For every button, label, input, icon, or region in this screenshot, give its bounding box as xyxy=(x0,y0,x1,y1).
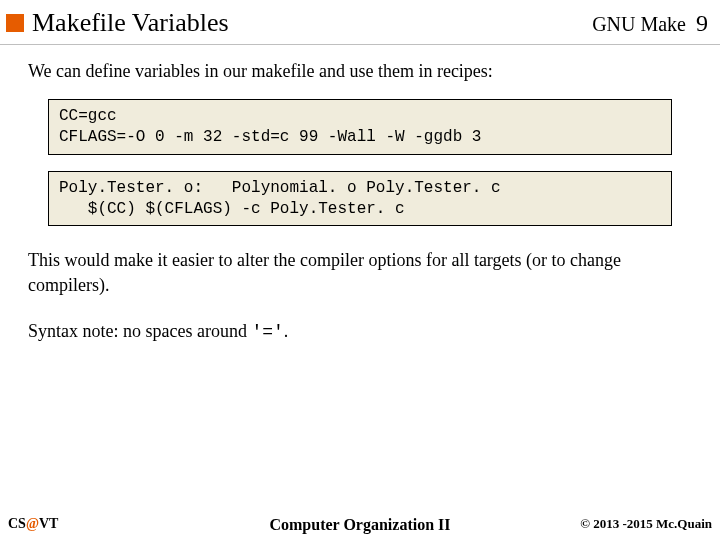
topic-label: GNU Make xyxy=(592,13,686,36)
code-box-vars: CC=gcc CFLAGS=-O 0 -m 32 -std=c 99 -Wall… xyxy=(48,99,672,155)
explanation-text: This would make it easier to alter the c… xyxy=(28,248,692,297)
code-box-rule: Poly.Tester. o: Polynomial. o Poly.Teste… xyxy=(48,171,672,227)
syntax-note-suffix: . xyxy=(284,321,289,341)
intro-text: We can define variables in our makefile … xyxy=(28,59,692,83)
syntax-note-prefix: Syntax note: no spaces around xyxy=(28,321,251,341)
syntax-note-code: '=' xyxy=(251,322,283,342)
syntax-note: Syntax note: no spaces around '='. xyxy=(28,319,692,344)
orange-square-icon xyxy=(6,14,24,32)
footer-course: Computer Organization II xyxy=(0,516,720,534)
header-right: GNU Make 9 xyxy=(592,10,708,37)
slide-title: Makefile Variables xyxy=(32,8,229,38)
page-number: 9 xyxy=(696,10,708,37)
